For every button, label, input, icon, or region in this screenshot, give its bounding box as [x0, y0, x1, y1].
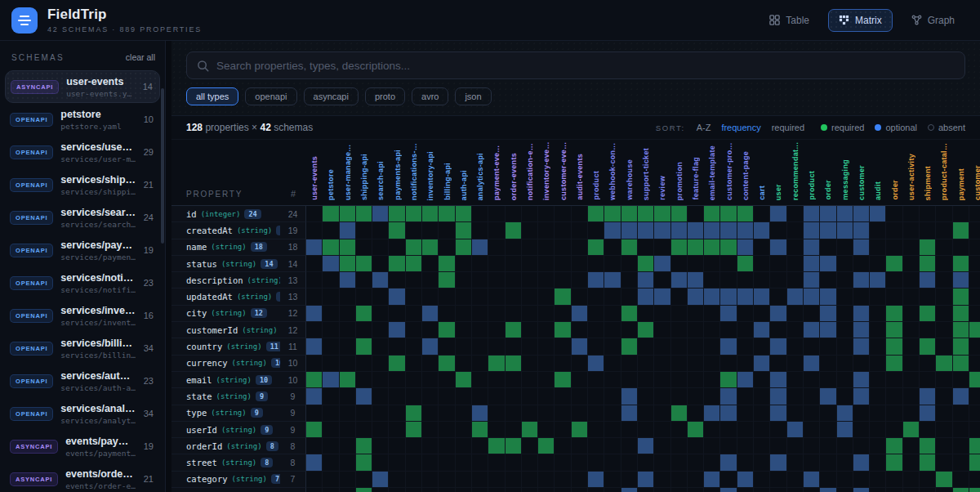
- matrix-cell-absent[interactable]: [604, 488, 621, 492]
- matrix-cell-required[interactable]: [720, 206, 737, 222]
- matrix-cell-optional[interactable]: [704, 405, 720, 422]
- matrix-cell-absent[interactable]: [555, 472, 571, 488]
- matrix-cell-absent[interactable]: [389, 422, 405, 438]
- matrix-cell-optional[interactable]: [340, 222, 356, 239]
- matrix-cell-absent[interactable]: [936, 454, 952, 471]
- matrix-cell-optional[interactable]: [820, 488, 836, 492]
- matrix-cell-absent[interactable]: [306, 206, 323, 222]
- matrix-cell-absent[interactable]: [306, 256, 323, 272]
- matrix-cell-absent[interactable]: [356, 356, 372, 372]
- matrix-cell-optional[interactable]: [804, 322, 820, 338]
- matrix-cell-absent[interactable]: [671, 488, 688, 492]
- matrix-cell-absent[interactable]: [737, 306, 754, 322]
- matrix-cell-absent[interactable]: [820, 422, 836, 438]
- matrix-row-orderId[interactable]: orderId(string)88: [172, 438, 980, 454]
- matrix-cell-absent[interactable]: [787, 239, 804, 256]
- matrix-cell-absent[interactable]: [538, 388, 555, 405]
- matrix-cell-absent[interactable]: [671, 438, 688, 454]
- matrix-cell-absent[interactable]: [604, 239, 621, 256]
- matrix-cell-absent[interactable]: [506, 206, 522, 222]
- matrix-cell-absent[interactable]: [372, 454, 389, 471]
- matrix-cell-optional[interactable]: [720, 454, 737, 471]
- matrix-cell-absent[interactable]: [903, 438, 920, 454]
- matrix-cell-required[interactable]: [406, 206, 422, 222]
- matrix-cell-required[interactable]: [306, 422, 323, 438]
- matrix-cell-absent[interactable]: [572, 322, 588, 338]
- matrix-cell-absent[interactable]: [588, 422, 604, 438]
- matrix-cell-absent[interactable]: [588, 222, 604, 239]
- matrix-cell-absent[interactable]: [538, 322, 555, 338]
- matrix-cell-absent[interactable]: [323, 422, 339, 438]
- matrix-cell-absent[interactable]: [406, 488, 422, 492]
- matrix-cell-absent[interactable]: [538, 272, 555, 288]
- matrix-column-support-ticket[interactable]: support-ticket: [638, 140, 654, 205]
- matrix-cell-absent[interactable]: [936, 405, 952, 422]
- matrix-cell-absent[interactable]: [754, 488, 770, 492]
- matrix-cell-absent[interactable]: [837, 239, 853, 256]
- filter-chip-asyncapi[interactable]: asyncapi: [304, 87, 359, 105]
- matrix-cell-required[interactable]: [920, 338, 936, 355]
- matrix-cell-absent[interactable]: [704, 338, 720, 355]
- matrix-cell-absent[interactable]: [372, 405, 389, 422]
- matrix-cell-absent[interactable]: [903, 356, 920, 372]
- matrix-cell-absent[interactable]: [439, 372, 455, 388]
- matrix-cell-absent[interactable]: [456, 288, 472, 305]
- matrix-cell-required[interactable]: [323, 239, 339, 256]
- matrix-cell-required[interactable]: [340, 372, 356, 388]
- matrix-column-billing-api[interactable]: billing-api: [439, 140, 455, 205]
- matrix-cell-required[interactable]: [406, 405, 422, 422]
- matrix-cell-absent[interactable]: [688, 322, 704, 338]
- matrix-cell-optional[interactable]: [323, 372, 339, 388]
- matrix-cell-optional[interactable]: [671, 222, 688, 239]
- matrix-cell-absent[interactable]: [389, 338, 405, 355]
- matrix-cell-absent[interactable]: [456, 356, 472, 372]
- matrix-cell-required[interactable]: [953, 306, 969, 322]
- matrix-cell-absent[interactable]: [588, 372, 604, 388]
- matrix-cell-absent[interactable]: [754, 338, 770, 355]
- matrix-cell-absent[interactable]: [903, 472, 920, 488]
- matrix-cell-absent[interactable]: [837, 306, 853, 322]
- matrix-cell-required[interactable]: [671, 206, 688, 222]
- matrix-row-city[interactable]: city(string)1212: [172, 306, 980, 322]
- matrix-cell-absent[interactable]: [306, 405, 323, 422]
- matrix-cell-absent[interactable]: [323, 454, 339, 471]
- matrix-column-warehouse[interactable]: warehouse: [621, 140, 638, 205]
- matrix-cell-required[interactable]: [488, 438, 505, 454]
- matrix-column-customer-events[interactable]: customer-events: [555, 140, 571, 205]
- matrix-cell-optional[interactable]: [588, 356, 604, 372]
- matrix-cell-required[interactable]: [936, 472, 952, 488]
- matrix-cell-absent[interactable]: [488, 206, 505, 222]
- matrix-cell-required[interactable]: [456, 206, 472, 222]
- matrix-cell-required[interactable]: [704, 206, 720, 222]
- matrix-cell-absent[interactable]: [538, 372, 555, 388]
- matrix-cell-absent[interactable]: [969, 288, 980, 305]
- matrix-cell-optional[interactable]: [621, 488, 638, 492]
- matrix-cell-optional[interactable]: [372, 272, 389, 288]
- matrix-cell-absent[interactable]: [522, 306, 538, 322]
- matrix-cell-absent[interactable]: [340, 422, 356, 438]
- matrix-cell-optional[interactable]: [340, 272, 356, 288]
- matrix-cell-absent[interactable]: [654, 322, 670, 338]
- matrix-cell-absent[interactable]: [604, 454, 621, 471]
- matrix-row-category[interactable]: category(string)77: [172, 472, 980, 488]
- matrix-cell-absent[interactable]: [638, 372, 654, 388]
- matrix-cell-absent[interactable]: [506, 272, 522, 288]
- matrix-cell-absent[interactable]: [920, 372, 936, 388]
- matrix-cell-absent[interactable]: [572, 372, 588, 388]
- sort-option-frequency[interactable]: frequency: [721, 123, 760, 132]
- matrix-cell-absent[interactable]: [903, 488, 920, 492]
- matrix-cell-optional[interactable]: [588, 472, 604, 488]
- matrix-cell-absent[interactable]: [588, 288, 604, 305]
- matrix-cell-absent[interactable]: [770, 272, 786, 288]
- matrix-column-shipment[interactable]: shipment: [920, 140, 936, 205]
- matrix-cell-absent[interactable]: [671, 306, 688, 322]
- matrix-cell-absent[interactable]: [389, 405, 405, 422]
- matrix-cell-absent[interactable]: [456, 405, 472, 422]
- matrix-cell-absent[interactable]: [572, 388, 588, 405]
- matrix-cell-required[interactable]: [886, 338, 902, 355]
- matrix-column-recommendation[interactable]: recommendation: [787, 140, 804, 205]
- matrix-cell-required[interactable]: [953, 222, 969, 239]
- matrix-cell-absent[interactable]: [770, 288, 786, 305]
- matrix-cell-absent[interactable]: [356, 222, 372, 239]
- matrix-cell-absent[interactable]: [506, 372, 522, 388]
